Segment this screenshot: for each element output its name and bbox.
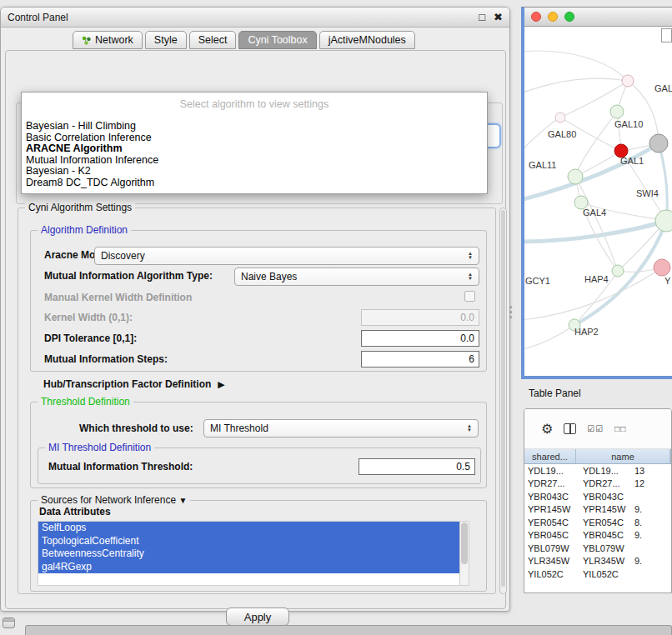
attribute-list-item[interactable]: TopologicalCoefficient: [38, 535, 459, 548]
mi-algorithm-type-select[interactable]: Naive Bayes ▲▼: [234, 268, 479, 286]
algorithm-definition-group: Algorithm Definition Aracne Mode: Discov…: [30, 230, 487, 372]
table-panel-window: ⚙ ☑☑ □□ shared... name YDL19... YDL19...…: [524, 408, 672, 593]
algorithm-option[interactable]: Basic Correlation Inference: [22, 132, 487, 144]
mi-threshold-group-title: MI Threshold Definition: [45, 442, 154, 453]
mi-threshold-group: MI Threshold Definition Mutual Informati…: [38, 448, 481, 484]
dpi-tolerance-field[interactable]: 0.0: [361, 330, 479, 347]
table-row[interactable]: YDR27... YDR27... 12: [524, 478, 671, 491]
table-toolbar: ⚙ ☑☑ □□: [524, 409, 671, 449]
attribute-list-item[interactable]: SelfLoops: [38, 522, 459, 535]
bottom-panel-edge: [25, 625, 672, 635]
network-node[interactable]: [568, 169, 583, 184]
mac-close-button[interactable]: [531, 12, 541, 22]
node-label: HAP4: [584, 274, 609, 284]
tab-label: Style: [154, 34, 178, 46]
select-all-checks-icon[interactable]: ☑☑: [587, 424, 604, 433]
mi-steps-field[interactable]: 6: [361, 351, 479, 368]
sources-group: Sources for Network Inference ▼ Data Att…: [30, 500, 487, 592]
node-label: GAL80: [548, 129, 576, 139]
combo-arrows-icon: ▲▼: [467, 424, 472, 432]
mi-type-label: Mutual Information Algorithm Type:: [44, 270, 213, 282]
dropdown-placeholder: Select algorithm to view settings: [22, 96, 487, 121]
table-row[interactable]: YBR043C YBR043C: [524, 490, 671, 503]
control-panel-tabbar: Network Style: [73, 30, 415, 49]
table-row[interactable]: YER054C YER054C 8.: [524, 516, 671, 529]
algorithm-option[interactable]: ARACNE Algorithm: [22, 143, 487, 155]
apply-button[interactable]: Apply: [226, 608, 289, 626]
mi-threshold-label: Mutual Information Threshold:: [48, 461, 193, 472]
window-title: Control Panel: [8, 12, 68, 23]
mi-threshold-field[interactable]: 0.5: [359, 458, 475, 475]
aracne-mode-select[interactable]: Discovery ▲▼: [94, 247, 479, 265]
restore-panel-icon[interactable]: [3, 618, 15, 628]
control-panel-window: Control Panel □ ✖ Network: [0, 7, 510, 612]
table-row[interactable]: YPR145W YPR145W 9.: [524, 503, 671, 517]
table-row[interactable]: YLR345W YLR345W 9.: [524, 555, 671, 568]
column-header[interactable]: [670, 449, 671, 463]
attribute-list-item[interactable]: BetweennessCentrality: [38, 548, 459, 561]
mac-zoom-button[interactable]: [564, 12, 574, 22]
panel-tab[interactable]: Style: [145, 31, 187, 49]
table-row[interactable]: YBR045C YBR045C 9.: [524, 529, 671, 542]
clear-all-checks-icon[interactable]: □□: [614, 424, 626, 433]
network-node[interactable]: [622, 75, 634, 87]
panel-tab[interactable]: Select: [189, 31, 237, 49]
network-node[interactable]: [555, 112, 565, 122]
kernel-width-field[interactable]: 0.0: [361, 309, 479, 326]
network-node[interactable]: [649, 134, 668, 152]
threshold-definition-group: Threshold Definition Which threshold to …: [30, 402, 487, 488]
network-node[interactable]: [612, 265, 624, 277]
node-label: GAL: [654, 83, 672, 93]
table-row[interactable]: YIL052C YIL052C: [524, 568, 671, 581]
float-window-icon[interactable]: □: [479, 12, 485, 22]
node-label: GAL4: [583, 208, 606, 218]
cyni-toolbox-panel: Select algorithm to view settings Bayesi…: [5, 50, 506, 609]
close-icon[interactable]: ✖: [494, 12, 503, 22]
attribute-list-item[interactable]: gal4RGexp: [38, 561, 459, 574]
table-panel-title: Table Panel: [529, 388, 581, 399]
manual-kernel-checkbox[interactable]: [464, 291, 475, 302]
panel-tab[interactable]: Cyni Toolbox: [238, 31, 316, 49]
network-node[interactable]: [654, 259, 670, 276]
algorithm-definition-title: Algorithm Definition: [38, 224, 131, 236]
network-node[interactable]: [610, 105, 624, 118]
tab-label: Select: [198, 34, 228, 46]
column-header[interactable]: name: [576, 449, 670, 463]
panel-tab[interactable]: jActiveMNodules: [319, 31, 415, 49]
settings-scrollbar[interactable]: [499, 208, 507, 594]
tab-label: jActiveMNodules: [328, 34, 406, 46]
list-scrollbar[interactable]: [459, 522, 469, 585]
table-row[interactable]: YDL19... YDL19... 13: [524, 464, 671, 478]
which-threshold-select[interactable]: MI Threshold ▲▼: [203, 419, 479, 438]
hub-definition-label: Hub/Transcription Factor Definition: [43, 378, 211, 390]
columns-icon[interactable]: [564, 423, 576, 434]
hub-definition-toggle[interactable]: Hub/Transcription Factor Definition ▶: [43, 378, 225, 390]
node-label: GAL11: [529, 160, 556, 170]
table-row[interactable]: YBL079W YBL079W: [524, 542, 671, 555]
panel-tab[interactable]: Network: [73, 31, 143, 49]
network-canvas[interactable]: GALGAL80GAL10GAL11GAL1SWI4GAL4GCY1HAP4HA…: [524, 27, 672, 377]
settings-group-title: Cyni Algorithm Settings: [25, 202, 135, 213]
data-attributes-label: Data Attributes: [39, 506, 111, 518]
algorithm-dropdown-popup: Select algorithm to view settings Bayesi…: [21, 92, 488, 194]
data-attributes-list: SelfLoops TopologicalCoefficient Between…: [38, 521, 469, 586]
combo-arrows-icon: ▲▼: [468, 272, 473, 281]
network-node[interactable]: [655, 210, 672, 232]
algorithm-option[interactable]: Mutual Information Inference: [22, 155, 487, 167]
control-panel-titlebar: Control Panel □ ✖: [1, 8, 509, 28]
node-label: SWI4: [636, 188, 659, 198]
node-label: GAL10: [614, 119, 643, 129]
mac-minimize-button[interactable]: [548, 12, 558, 22]
algorithm-option[interactable]: Bayesian - K2: [22, 166, 487, 178]
mi-steps-label: Mutual Information Steps:: [44, 353, 168, 365]
sources-group-title[interactable]: Sources for Network Inference ▼: [38, 494, 190, 506]
algorithm-option[interactable]: Bayesian - Hill Climbing: [22, 121, 487, 132]
column-header[interactable]: shared...: [524, 449, 576, 463]
dpi-tolerance-label: DPI Tolerance [0,1]:: [44, 332, 137, 344]
algorithm-option[interactable]: Dream8 DC_TDC Algorithm: [22, 178, 487, 189]
panel-splitter[interactable]: [508, 303, 513, 320]
node-label: GCY1: [525, 276, 550, 286]
kernel-width-label: Kernel Width (0,1):: [44, 312, 133, 323]
tab-label: Cyni Toolbox: [248, 34, 307, 46]
gear-icon[interactable]: ⚙: [541, 422, 553, 436]
